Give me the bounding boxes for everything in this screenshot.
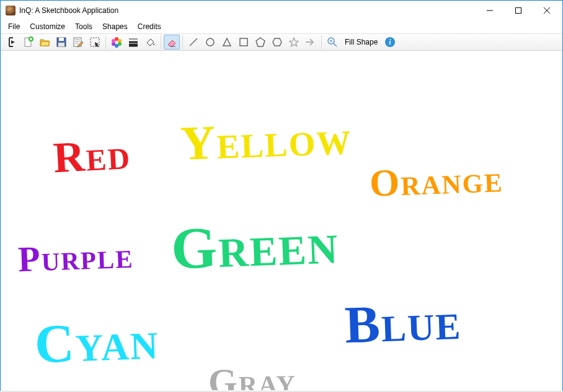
canvas-stroke: Cyan — [33, 309, 160, 376]
fill-bucket-button[interactable] — [142, 35, 158, 50]
open-folder-icon — [39, 37, 50, 48]
fill-bucket-icon — [144, 37, 156, 48]
menu-tools[interactable]: Tools — [70, 20, 97, 33]
circle-icon — [205, 37, 215, 47]
hexagon-shape-button[interactable] — [269, 35, 285, 50]
line-weight-icon — [128, 37, 139, 48]
select-icon — [89, 37, 100, 48]
svg-point-13 — [206, 38, 214, 46]
window-title: InQ: A Sketchbook Application — [19, 6, 118, 15]
menu-customize[interactable]: Customize — [25, 20, 70, 33]
hexagon-icon — [272, 37, 282, 47]
line-shape-button[interactable] — [185, 35, 202, 50]
color-picker-icon — [111, 37, 122, 48]
window-controls — [476, 1, 561, 20]
close-icon — [544, 7, 550, 14]
toolbar-separator — [105, 35, 106, 49]
zoom-button[interactable] — [324, 35, 340, 50]
new-file-icon — [22, 37, 33, 48]
svg-rect-0 — [516, 7, 521, 13]
square-shape-button[interactable] — [236, 35, 252, 50]
svg-rect-14 — [240, 38, 247, 46]
toolbar: Fill Shape i — [1, 33, 562, 51]
svg-point-9 — [118, 42, 122, 46]
fill-shape-label[interactable]: Fill Shape — [341, 38, 381, 46]
triangle-icon — [222, 37, 232, 47]
maximize-button[interactable] — [504, 1, 533, 20]
save-button[interactable] — [53, 35, 69, 50]
edit-note-icon — [73, 37, 84, 48]
circle-shape-button[interactable] — [202, 35, 218, 50]
canvas-stroke: Gray — [208, 360, 296, 390]
canvas[interactable]: RedYellowOrangePurpleGreenBlueCyanGray — [1, 51, 562, 390]
toolbar-separator — [182, 35, 183, 49]
close-button[interactable] — [533, 1, 561, 20]
color-picker-button[interactable] — [109, 35, 125, 50]
toolbar-separator — [161, 35, 161, 49]
window-title-group: InQ: A Sketchbook Application — [6, 6, 476, 15]
pentagon-shape-button[interactable] — [252, 35, 268, 50]
eraser-icon — [166, 37, 177, 48]
arrow-icon — [305, 37, 316, 47]
menu-file[interactable]: File — [3, 20, 25, 33]
star-icon — [289, 37, 299, 47]
svg-rect-3 — [59, 38, 64, 41]
canvas-stroke: Green — [170, 209, 340, 282]
info-button[interactable]: i — [382, 35, 398, 50]
zoom-icon — [327, 37, 338, 48]
info-icon: i — [384, 37, 396, 48]
title-bar: InQ: A Sketchbook Application — [1, 1, 562, 20]
svg-point-10 — [115, 44, 118, 48]
export-button[interactable] — [3, 35, 19, 50]
canvas-stroke: Red — [52, 129, 132, 183]
line-weight-button[interactable] — [125, 35, 141, 50]
minimize-button[interactable] — [476, 1, 504, 20]
minimize-icon — [487, 7, 493, 14]
select-button[interactable] — [87, 35, 103, 50]
canvas-stroke: Orange — [369, 157, 504, 205]
app-icon — [6, 6, 16, 15]
pentagon-icon — [255, 37, 265, 47]
eraser-button[interactable] — [164, 35, 180, 50]
save-icon — [56, 37, 67, 48]
canvas-stroke: Purple — [17, 235, 135, 280]
menu-bar: File Customize Tools Shapes Credits — [1, 20, 562, 33]
edit-note-button[interactable] — [70, 35, 86, 50]
canvas-stroke: Yellow — [180, 110, 353, 172]
svg-point-7 — [115, 37, 118, 41]
menu-shapes[interactable]: Shapes — [97, 20, 133, 33]
triangle-shape-button[interactable] — [219, 35, 235, 50]
new-button[interactable] — [20, 35, 36, 50]
canvas-stroke: Blue — [344, 290, 462, 355]
toolbar-separator — [321, 35, 322, 49]
svg-point-12 — [112, 39, 115, 43]
maximize-icon — [515, 7, 521, 14]
line-icon — [188, 37, 198, 47]
menu-credits[interactable]: Credits — [133, 20, 166, 33]
svg-rect-4 — [58, 43, 64, 46]
export-icon — [6, 37, 17, 48]
open-button[interactable] — [37, 35, 53, 50]
arrow-shape-button[interactable] — [303, 35, 319, 50]
star-shape-button[interactable] — [286, 35, 302, 50]
square-icon — [239, 37, 249, 47]
